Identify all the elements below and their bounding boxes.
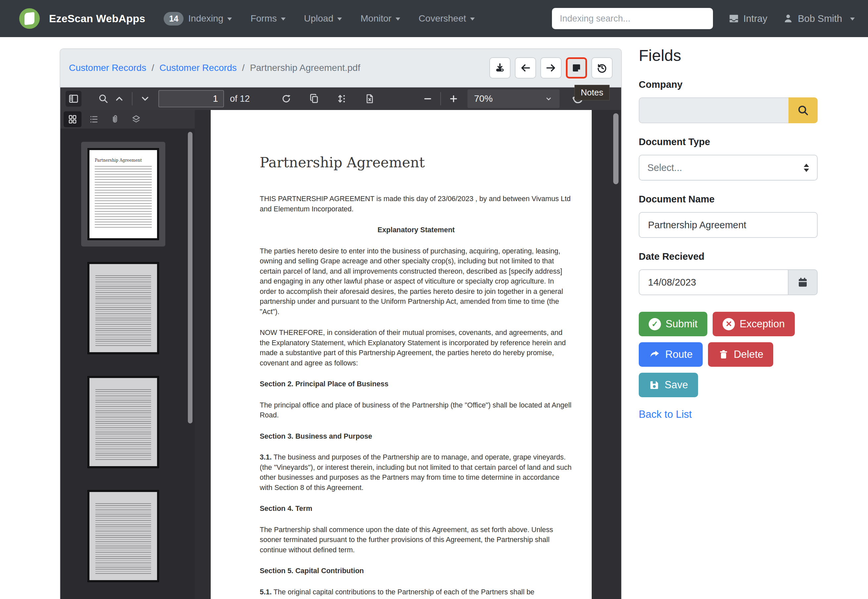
thumbnail-mini-title: Partnership Agreement: [95, 158, 152, 163]
doc-section-heading: Section 4. Term: [260, 504, 573, 514]
back-to-list-link[interactable]: Back to List: [639, 408, 692, 420]
rotate-button[interactable]: [278, 91, 294, 107]
thumbnails-grid-icon: [68, 114, 78, 124]
arrow-right-icon: [545, 62, 557, 74]
chevron-down-icon: [337, 18, 342, 21]
find-button[interactable]: [95, 91, 111, 107]
thumbnail-preview[interactable]: [88, 490, 159, 582]
thumbnail-text-lines: [95, 503, 151, 575]
doc-paragraph: The Partnership shall commence upon the …: [260, 525, 573, 555]
doc-paragraph: THIS PARTNERSHIP AGREEMENT is made this …: [260, 194, 573, 214]
intray-button[interactable]: Intray: [728, 13, 768, 24]
user-icon: [782, 13, 794, 24]
user-menu[interactable]: Bob Smith: [782, 13, 855, 24]
indexing-search-input[interactable]: [552, 8, 713, 29]
copy-pages-icon: [309, 93, 319, 104]
previous-page-button[interactable]: [111, 91, 127, 107]
plus-icon: [448, 94, 459, 104]
document-type-value: Select...: [647, 163, 682, 173]
note-icon: [571, 63, 582, 73]
pdf-page: Partnership Agreement THIS PARTNERSHIP A…: [211, 110, 592, 599]
chevron-down-icon: [850, 18, 855, 21]
thumbnail-page-4[interactable]: [81, 484, 165, 588]
duplicate-page-button[interactable]: [306, 91, 322, 107]
chevron-down-icon: [227, 18, 232, 21]
nav-menu-monitor[interactable]: Monitor: [361, 13, 400, 24]
thumbnail-text-lines: [95, 389, 151, 461]
document-scrollbar[interactable]: [613, 113, 618, 596]
route-label: Route: [665, 349, 693, 360]
document-name-input[interactable]: [639, 212, 818, 238]
outline-list-icon: [89, 114, 99, 124]
thumbnail-page-3[interactable]: [81, 370, 165, 474]
next-document-button[interactable]: [540, 57, 561, 78]
paperclip-icon: [110, 114, 120, 124]
chevron-down-icon: [396, 18, 400, 21]
search-icon: [98, 93, 109, 104]
zoom-level-select[interactable]: 70%: [468, 89, 560, 108]
scroll-mode-button[interactable]: [334, 91, 350, 107]
thumbnail-scrollbar[interactable]: [188, 132, 193, 596]
delete-button[interactable]: Delete: [708, 342, 773, 367]
tab-outline[interactable]: [85, 111, 103, 127]
page-number-input[interactable]: [158, 90, 224, 107]
breadcrumb-separator: /: [151, 63, 154, 73]
doc-paragraph: NOW THEREFORE, in consideration of their…: [260, 328, 573, 368]
fields-panel-title: Fields: [639, 47, 818, 65]
nav-menu-forms[interactable]: Forms: [250, 13, 285, 24]
tab-thumbnails[interactable]: [64, 111, 81, 127]
breadcrumb-current-file: Partnership Agreement.pdf: [250, 63, 360, 73]
pdf-toolbar: of 12: [60, 87, 621, 110]
nav-menu-label: Upload: [304, 13, 334, 24]
breadcrumb-link-customer-records-1[interactable]: Customer Records: [69, 63, 146, 73]
thumbnail-sidebar: Partnership Agreement: [60, 110, 195, 599]
company-search-button[interactable]: [788, 98, 818, 123]
chevron-down-icon: [470, 18, 475, 21]
history-button[interactable]: [591, 57, 612, 78]
rotate-clockwise-icon: [281, 93, 292, 104]
document-body: THIS PARTNERSHIP AGREEMENT is made this …: [260, 194, 573, 597]
document-type-select[interactable]: Select...: [639, 155, 818, 181]
date-picker-button[interactable]: [788, 269, 818, 295]
zoom-in-button[interactable]: [445, 91, 462, 107]
submit-button[interactable]: ✓ Submit: [639, 312, 707, 336]
top-navbar: EzeScan WebApps 14 Indexing Forms Upload…: [0, 0, 868, 37]
notes-button[interactable]: [566, 57, 587, 78]
company-input[interactable]: [639, 98, 788, 123]
thumbnail-page-5[interactable]: [81, 597, 165, 599]
tab-attachments[interactable]: [106, 111, 124, 127]
previous-document-button[interactable]: [515, 57, 536, 78]
nav-menu-coversheet[interactable]: Coversheet: [419, 13, 475, 24]
doc-section-heading: Section 3. Business and Purpose: [260, 431, 573, 442]
sidebar-tabs: [60, 110, 195, 129]
tab-layers[interactable]: [127, 111, 145, 127]
date-received-label: Date Recieved: [639, 251, 818, 262]
exception-button[interactable]: ✕ Exception: [713, 312, 794, 336]
next-page-button[interactable]: [137, 91, 153, 107]
company-label: Company: [639, 79, 818, 90]
sidebar-toggle-button[interactable]: [66, 91, 81, 107]
download-button[interactable]: [489, 57, 510, 78]
save-button[interactable]: Save: [639, 373, 698, 397]
layers-icon: [131, 114, 141, 124]
chevron-down-icon: [281, 18, 286, 21]
export-excel-button[interactable]: [362, 91, 378, 107]
date-received-input[interactable]: [639, 269, 788, 295]
nav-menu-label: Coversheet: [419, 13, 466, 24]
card-header: Customer Records / Customer Records / Pa…: [60, 49, 621, 87]
thumbnail-preview[interactable]: Partnership Agreement: [88, 148, 159, 240]
nav-menu-indexing[interactable]: 14 Indexing: [164, 12, 232, 26]
ezescan-logo-icon: [19, 8, 40, 29]
nav-menu-upload[interactable]: Upload: [304, 13, 342, 24]
thumbnail-page-2[interactable]: [81, 256, 165, 360]
zoom-level-value: 70%: [474, 93, 493, 104]
thumbnail-preview[interactable]: [88, 262, 159, 354]
doc-section-heading: Section 5. Capital Contribution: [260, 566, 573, 576]
thumbnail-text-lines: [95, 275, 151, 346]
zoom-out-button[interactable]: [420, 91, 436, 107]
thumbnail-preview[interactable]: [88, 376, 159, 468]
route-button[interactable]: Route: [639, 342, 703, 367]
document-type-label: Document Type: [639, 137, 818, 147]
breadcrumb-link-customer-records-2[interactable]: Customer Records: [159, 63, 236, 73]
thumbnail-page-1[interactable]: Partnership Agreement: [81, 142, 165, 247]
